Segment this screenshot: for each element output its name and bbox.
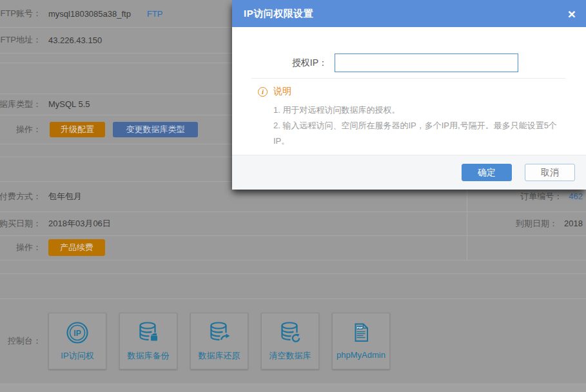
ftp-address-value: 43.226.43.150 [48,35,102,45]
divider [0,273,586,274]
ftp-account-value: mysql1803085a38_ftp [48,9,131,19]
upgrade-config-button[interactable]: 升级配置 [50,122,105,137]
dialog-header: IP访问权限设置 × [232,0,586,27]
row-expire-date: 到期日期： 2018 [467,211,586,235]
card-label: phpMyAdmin [337,350,386,360]
ip-access-settings-dialog: IP访问权限设置 × 授权IP： i 说明 1. 用于对远程访问数据库的授权。 … [232,0,586,190]
info-icon: i [258,87,268,97]
dialog-title: IP访问权限设置 [244,8,313,20]
screen: 库FTP账号： mysql1803085a38_ftp FTP 库FTP地址： … [0,0,586,392]
note-item: 1. 用于对远程访问数据库的授权。 [273,103,573,118]
ftp-link[interactable]: FTP [147,9,163,19]
card-ip-access[interactable]: IP IP访问权 [48,313,106,369]
ip-access-icon: IP [64,313,91,348]
db-backup-icon [135,313,162,348]
row-renew-operations: 操作： 产品续费 [0,235,467,260]
authorized-ip-input[interactable] [335,54,518,72]
db-restore-icon [206,313,233,348]
card-db-restore[interactable]: 数据库还原 [190,313,248,369]
notes-section: i 说明 1. 用于对远程访问数据库的授权。 2. 输入远程访问、空间所在服务器… [258,86,573,149]
row-console: 控制台： IP IP访问权 [0,299,467,384]
notes-header: i 说明 [258,86,573,97]
note-item: 2. 输入远程访问、空间所在服务器的IP，多个IP用,号隔开。最多只能设置5个I… [273,118,573,149]
notes-list: 1. 用于对远程访问数据库的授权。 2. 输入远程访问、空间所在服务器的IP，多… [273,103,573,149]
console-label: 控制台： [0,335,41,347]
buy-date-label: 购买日期： [0,218,41,230]
authorized-ip-label: 授权IP： [232,57,327,69]
phpmyadmin-icon: PHP [347,313,375,348]
card-label: IP访问权 [61,350,93,362]
order-number-label: 订单编号： [520,191,562,202]
card-label: 数据库还原 [199,350,240,362]
card-db-backup[interactable]: 数据库备份 [119,313,177,369]
page-footer-strip [0,384,586,392]
buy-date-value: 2018年03月06日 [48,218,111,230]
form-divider [251,78,565,79]
order-number-link[interactable]: 462 [569,191,583,201]
authorized-ip-form-row: 授权IP： [232,54,586,72]
card-label: 数据库备份 [128,350,170,362]
row-buy-date: 购买日期： 2018年03月06日 [0,211,467,235]
confirm-button[interactable]: 确定 [462,164,512,181]
ftp-address-label: 库FTP地址： [0,34,41,46]
expire-date-label: 到期日期： [516,218,558,230]
pay-method-label: 付费方式： [0,191,41,202]
db-type-label: 据库类型： [0,99,41,110]
dialog-footer: 确定 取消 [232,155,586,190]
svg-text:IP: IP [73,329,81,338]
card-db-clear[interactable]: 清空数据库 [261,313,319,369]
console-cards: IP IP访问权 [48,313,390,369]
expire-date-value: 2018 [564,219,583,228]
svg-text:PHP: PHP [357,326,363,329]
change-db-type-button[interactable]: 变更数据库类型 [113,122,198,137]
pay-method-value: 包年包月 [48,191,82,202]
divider [0,260,586,260]
cancel-button[interactable]: 取消 [525,164,575,181]
db-ops-label: 操作： [0,124,41,135]
card-label: 清空数据库 [269,350,311,362]
notes-title: 说明 [273,86,291,97]
db-type-value: MySQL 5.5 [48,99,90,109]
renew-ops-label: 操作： [0,242,41,253]
ftp-account-label: 库FTP账号： [0,8,41,19]
card-phpmyadmin[interactable]: PHP phpMyAdmin [332,313,390,369]
close-icon[interactable]: × [567,7,577,21]
db-clear-icon [277,313,304,348]
product-renew-button[interactable]: 产品续费 [48,239,105,256]
